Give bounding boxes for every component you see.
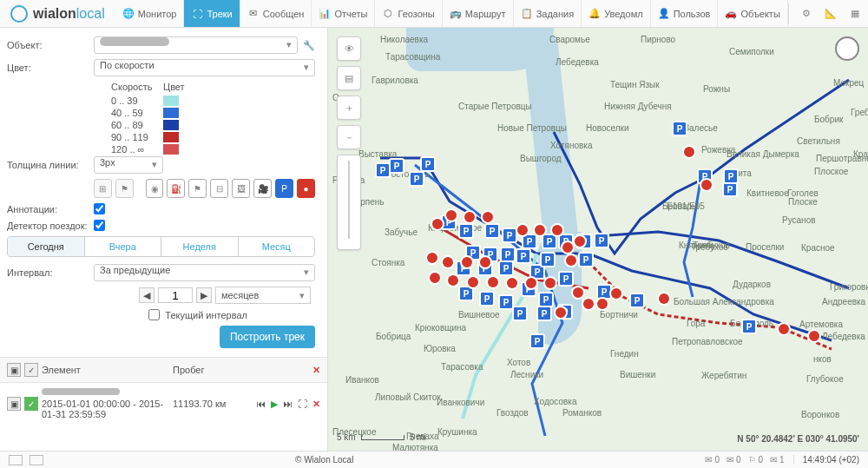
map-visibility-icon[interactable]: 👁 bbox=[337, 36, 361, 61]
parking-marker[interactable]: P bbox=[420, 156, 436, 172]
tab-7[interactable]: 🔔Уведомл bbox=[582, 0, 650, 27]
stop-marker[interactable] bbox=[609, 287, 623, 300]
check-all-icon[interactable]: ✓ bbox=[24, 363, 38, 377]
track-fit-icon[interactable]: ⛶ bbox=[298, 399, 307, 409]
annotations-checkbox[interactable] bbox=[94, 203, 105, 214]
tab-3[interactable]: 📊Отчеты bbox=[312, 0, 375, 27]
marker-opt-8[interactable]: 🎥 bbox=[253, 179, 272, 198]
stop-marker[interactable] bbox=[505, 276, 519, 290]
tab-2[interactable]: ✉Сообщен bbox=[240, 0, 312, 27]
parking-marker[interactable]: P bbox=[578, 252, 594, 267]
stop-marker[interactable] bbox=[463, 210, 477, 224]
stop-marker[interactable] bbox=[486, 275, 500, 289]
stop-marker[interactable] bbox=[657, 292, 671, 306]
stop-marker[interactable] bbox=[700, 178, 713, 192]
parking-marker[interactable]: P bbox=[458, 223, 474, 239]
check-icon[interactable]: ✓ bbox=[24, 397, 38, 411]
interval-unit-select[interactable]: месяцев bbox=[215, 287, 311, 304]
stop-marker[interactable] bbox=[582, 297, 595, 311]
period-1[interactable]: Вчера bbox=[85, 237, 162, 256]
map-zoom-out[interactable]: － bbox=[337, 125, 361, 149]
marker-opt-parking[interactable]: P bbox=[275, 179, 293, 198]
period-3[interactable]: Месяц bbox=[239, 237, 315, 256]
tab-0[interactable]: 🌐Монитор bbox=[115, 0, 185, 27]
stop-marker[interactable] bbox=[550, 223, 564, 237]
stop-marker[interactable] bbox=[682, 145, 696, 159]
expand-all-icon[interactable]: ▣ bbox=[7, 363, 21, 377]
marker-opt-4[interactable]: ⛽ bbox=[167, 179, 185, 198]
map-layers-icon[interactable]: ▤ bbox=[337, 66, 361, 90]
parking-marker[interactable]: P bbox=[409, 171, 424, 187]
map-zoom-in[interactable]: ＋ bbox=[337, 96, 361, 120]
parking-marker[interactable]: P bbox=[512, 306, 528, 321]
parking-marker[interactable]: P bbox=[672, 121, 687, 136]
parking-marker[interactable]: P bbox=[540, 252, 556, 267]
track-play-icon[interactable]: ▶ bbox=[271, 399, 278, 410]
stop-marker[interactable] bbox=[533, 223, 547, 237]
tab-1[interactable]: ⛶Треки bbox=[184, 0, 240, 27]
tab-5[interactable]: 🚌Маршрут bbox=[443, 0, 514, 27]
stop-marker[interactable] bbox=[478, 255, 492, 269]
parking-marker[interactable]: P bbox=[516, 248, 531, 264]
stop-marker[interactable] bbox=[543, 276, 557, 290]
stop-marker[interactable] bbox=[441, 255, 455, 269]
parking-marker[interactable]: P bbox=[498, 260, 514, 276]
expand-icon[interactable]: ▣ bbox=[7, 397, 21, 411]
stop-marker[interactable] bbox=[481, 210, 495, 224]
period-2[interactable]: Неделя bbox=[161, 237, 239, 256]
stop-marker[interactable] bbox=[573, 234, 587, 248]
stop-marker[interactable] bbox=[516, 223, 529, 237]
tool-ruler-icon[interactable]: 📐 bbox=[820, 3, 841, 24]
tab-8[interactable]: 👤Пользов bbox=[651, 0, 719, 27]
stop-marker[interactable] bbox=[428, 271, 442, 285]
stop-marker[interactable] bbox=[466, 275, 480, 289]
stat-sms[interactable]: ✉ 0 bbox=[727, 455, 741, 465]
marker-opt-1[interactable]: ⊞ bbox=[94, 179, 112, 198]
track-last-icon[interactable]: ⏭ bbox=[283, 399, 293, 409]
marker-opt-6[interactable]: ⊟ bbox=[210, 179, 228, 198]
stat-messages[interactable]: ✉ 0 bbox=[705, 455, 720, 465]
track-first-icon[interactable]: ⏮ bbox=[256, 399, 266, 409]
parking-marker[interactable]: P bbox=[536, 306, 552, 321]
parking-marker[interactable]: P bbox=[479, 291, 495, 307]
marker-opt-stop[interactable]: ● bbox=[297, 179, 315, 198]
parking-marker[interactable]: P bbox=[629, 293, 645, 308]
map-zoom-slider[interactable] bbox=[337, 155, 361, 250]
stop-marker[interactable] bbox=[431, 217, 444, 231]
tab-4[interactable]: ⬡Геозоны bbox=[375, 0, 442, 27]
stop-marker[interactable] bbox=[425, 251, 439, 265]
stat-alerts[interactable]: ⚐ 0 bbox=[748, 455, 764, 465]
parking-marker[interactable]: P bbox=[529, 333, 545, 349]
interval-select[interactable]: За предыдущие bbox=[94, 264, 315, 281]
parking-marker[interactable]: P bbox=[723, 168, 739, 184]
period-0[interactable]: Сегодня bbox=[8, 237, 85, 256]
detector-checkbox[interactable] bbox=[94, 220, 105, 231]
parking-marker[interactable]: P bbox=[484, 223, 500, 239]
stop-marker[interactable] bbox=[777, 322, 791, 336]
tab-6[interactable]: 📋Задания bbox=[514, 0, 582, 27]
parking-marker[interactable]: P bbox=[389, 158, 404, 174]
thickness-select[interactable]: 3px bbox=[94, 156, 163, 174]
stop-marker[interactable] bbox=[444, 208, 458, 222]
stop-marker[interactable] bbox=[554, 306, 568, 320]
wrench-icon[interactable]: 🔧 bbox=[303, 40, 315, 51]
parking-marker[interactable]: P bbox=[594, 233, 609, 248]
parking-marker[interactable]: P bbox=[558, 271, 574, 287]
tool-settings-icon[interactable]: ⚙ bbox=[796, 3, 817, 24]
marker-opt-2[interactable]: ⚑ bbox=[115, 179, 134, 198]
color-select[interactable]: По скорости bbox=[94, 59, 315, 76]
tool-grid-icon[interactable]: ▦ bbox=[845, 3, 865, 24]
build-track-button[interactable]: Построить трек bbox=[220, 326, 315, 348]
stop-marker[interactable] bbox=[807, 329, 821, 343]
stop-marker[interactable] bbox=[595, 297, 609, 311]
parking-marker[interactable]: P bbox=[741, 319, 757, 334]
marker-opt-3[interactable]: ◉ bbox=[146, 179, 164, 198]
stop-marker[interactable] bbox=[524, 276, 538, 290]
stop-marker[interactable] bbox=[460, 255, 474, 269]
marker-opt-5[interactable]: ⚑ bbox=[188, 179, 207, 198]
stop-marker[interactable] bbox=[571, 286, 585, 300]
delete-all-icon[interactable]: ✕ bbox=[312, 365, 320, 376]
layout-2-icon[interactable] bbox=[30, 455, 43, 465]
tab-9[interactable]: 🚗Объекты bbox=[718, 0, 787, 27]
object-select[interactable] bbox=[94, 36, 298, 54]
